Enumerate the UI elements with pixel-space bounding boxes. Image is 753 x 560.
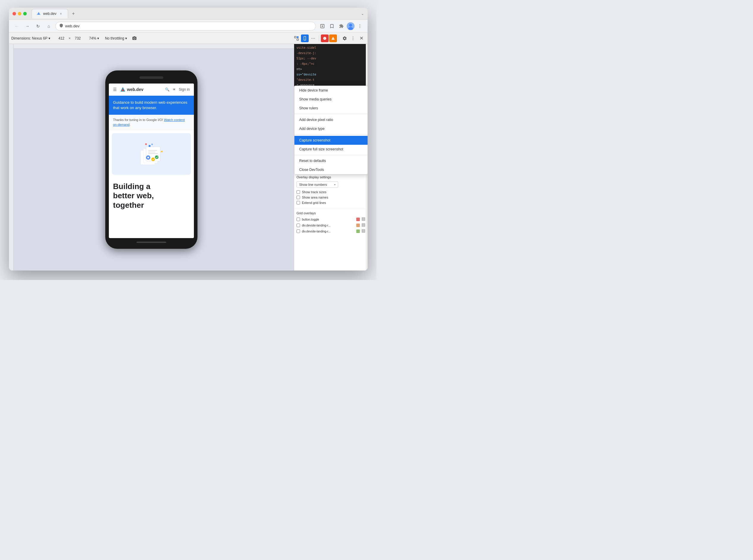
traffic-lights (13, 12, 27, 16)
show-track-sizes-checkbox[interactable] (296, 190, 300, 194)
grid-overlay-icon-2[interactable] (362, 229, 365, 233)
devtools-settings-button[interactable] (341, 35, 349, 42)
new-tab-icon[interactable] (318, 22, 327, 30)
ruler-left (9, 44, 14, 271)
reload-button[interactable]: ↻ (34, 22, 42, 30)
svg-rect-46 (362, 229, 365, 233)
ruler-top (9, 44, 294, 49)
show-track-sizes-label: Show track sizes (302, 190, 327, 194)
webdev-site-name: web.dev (127, 87, 143, 92)
browser-window: web.dev × + ⌄ ← → ↻ ⌂ web.dev (9, 8, 368, 271)
extend-grid-lines-label: Extend grid lines (302, 201, 326, 204)
grid-overlay-color-1 (356, 223, 360, 227)
height-input[interactable]: 732 (73, 36, 83, 40)
grid-overlay-checkbox-0[interactable] (296, 218, 300, 221)
grid-overlay-name-2: div.devsite-landing-r... (302, 230, 354, 233)
tab-expand-button[interactable]: ⌄ (361, 12, 364, 16)
phone-container: ☰ web.dev 🔍 ☀ (105, 71, 197, 249)
show-area-names-checkbox[interactable] (296, 196, 300, 199)
device-toolbar-button[interactable] (301, 35, 309, 42)
forward-button[interactable]: → (23, 22, 32, 30)
grid-overlay-icon-1[interactable] (362, 223, 365, 227)
error-indicator[interactable] (321, 35, 329, 42)
width-input[interactable]: 412 (56, 36, 67, 40)
warning-indicator[interactable] (329, 35, 337, 42)
svg-rect-11 (297, 36, 298, 38)
user-avatar[interactable] (347, 22, 354, 30)
svg-marker-0 (37, 12, 40, 15)
svg-rect-26 (148, 150, 157, 151)
tab-close-button[interactable]: × (59, 12, 63, 16)
devtools-panel-icons: ✕ (293, 35, 365, 42)
address-bar[interactable]: web.dev (55, 22, 316, 31)
grid-overlays-section: Grid overlays button.toggle div.devsite-… (294, 209, 368, 238)
context-menu-separator-3 (294, 155, 368, 155)
html-tree-line: vsite-sidel (294, 45, 368, 51)
search-icon[interactable]: 🔍 (165, 87, 170, 92)
nav-actions (318, 22, 364, 30)
context-menu-item-capture-full-screenshot[interactable]: Capture full size screenshot (294, 145, 368, 154)
grid-overlay-checkbox-2[interactable] (296, 229, 300, 233)
svg-point-32 (155, 156, 158, 159)
sign-in-button[interactable]: Sign in (179, 87, 190, 92)
dropdown-arrow-icon: ▾ (334, 183, 335, 186)
context-menu-item-reset-defaults[interactable]: Reset to defaults (294, 156, 368, 165)
context-menu-item-add-pixel-ratio[interactable]: Add device pixel ratio (294, 115, 368, 124)
bookmark-button[interactable] (328, 22, 336, 30)
svg-point-18 (353, 38, 353, 39)
devtools-more-button[interactable] (349, 35, 357, 42)
grid-overlay-row-1: div.devsite-landing-r... (296, 223, 365, 227)
context-menu-item-capture-screenshot[interactable]: Capture screenshot (294, 136, 368, 145)
context-menu-item-show-media-queries[interactable]: Show media queries (294, 95, 368, 104)
extension-button[interactable] (337, 22, 346, 30)
back-button[interactable]: ← (13, 22, 21, 30)
extend-grid-lines-checkbox[interactable] (296, 201, 300, 204)
html-tree-line: : -4px;">c (294, 61, 368, 66)
menu-button[interactable] (356, 22, 364, 30)
svg-point-13 (305, 39, 305, 40)
svg-point-19 (353, 39, 353, 40)
close-button[interactable] (13, 12, 16, 16)
html-tree-line: "devsite-t (294, 77, 368, 83)
zoom-select[interactable]: 74% ▾ (89, 36, 99, 40)
context-menu-item-show-rulers[interactable]: Show rulers (294, 104, 368, 113)
devtools-close-button[interactable]: ✕ (358, 35, 365, 42)
grid-overlay-checkbox-1[interactable] (296, 223, 300, 227)
announcement-text: Thanks for tuning in to Google I/O! (113, 118, 164, 122)
context-menu-separator-2 (294, 134, 368, 135)
tab-bar: web.dev × + (32, 9, 359, 18)
html-tree-line: 51px; --dev (294, 56, 368, 61)
theme-icon[interactable]: ☀ (173, 87, 176, 92)
new-tab-button[interactable]: + (69, 9, 78, 18)
minimize-button[interactable] (18, 12, 21, 16)
throttle-select[interactable]: No throttling ▾ (105, 36, 127, 40)
webdev-header: ☰ web.dev 🔍 ☀ (109, 83, 194, 96)
hamburger-icon: ☰ (113, 87, 117, 92)
svg-rect-28 (148, 153, 158, 154)
svg-rect-12 (304, 36, 306, 40)
tab-favicon (37, 12, 41, 16)
grid-overlay-icon-0[interactable] (362, 217, 365, 221)
grid-overlay-row-0: button.toggle (296, 217, 365, 221)
capture-button[interactable] (131, 35, 138, 42)
svg-rect-27 (148, 152, 155, 152)
context-menu-item-close-devtools[interactable]: Close DevTools (294, 165, 368, 174)
show-area-names-row: Show area names (296, 196, 365, 199)
title-bar: web.dev × + ⌄ (9, 8, 368, 20)
context-menu-item-hide-device-frame[interactable]: Hide device frame (294, 86, 368, 95)
maximize-button[interactable] (23, 12, 27, 16)
phone-screen: ☰ web.dev 🔍 ☀ (109, 83, 194, 238)
html-tree-line: ss="devsite (294, 72, 368, 77)
grid-overlay-color-0 (356, 218, 360, 221)
show-line-numbers-dropdown[interactable]: Show line numbers ▾ (296, 181, 338, 188)
svg-rect-34 (151, 144, 153, 145)
svg-rect-10 (297, 39, 298, 40)
dimension-select[interactable]: Dimensions: Nexus 6P ▾ (11, 36, 50, 40)
home-button[interactable]: ⌂ (45, 22, 53, 30)
context-menu-item-add-device-type[interactable]: Add device type (294, 124, 368, 133)
more-panels-button[interactable] (309, 35, 317, 42)
svg-point-15 (313, 38, 313, 39)
active-tab[interactable]: web.dev × (32, 9, 68, 18)
show-track-sizes-row: Show track sizes (296, 190, 365, 194)
inspect-element-button[interactable] (293, 35, 301, 42)
